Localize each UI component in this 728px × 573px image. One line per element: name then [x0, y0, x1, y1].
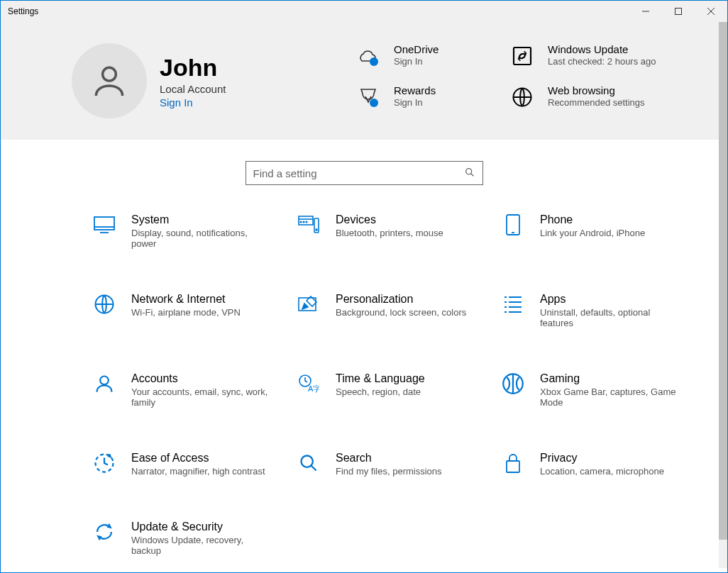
category-update-security[interactable]: Update & Security Windows Update, recove… — [93, 521, 276, 556]
category-sub: Narrator, magnifier, high contrast — [131, 466, 265, 477]
category-title: System — [131, 213, 273, 226]
svg-point-19 — [303, 221, 304, 223]
category-accounts[interactable]: Accounts Your accounts, email, sync, wor… — [93, 372, 276, 408]
apps-icon — [502, 293, 524, 316]
svg-rect-14 — [299, 216, 313, 225]
svg-line-10 — [470, 173, 473, 176]
summary-title: Web browsing — [548, 84, 645, 96]
accounts-icon — [93, 372, 116, 395]
summary-sub: Sign In — [394, 97, 436, 108]
svg-rect-11 — [94, 217, 114, 230]
category-gaming[interactable]: Gaming Xbox Game Bar, captures, Game Mod… — [502, 372, 685, 408]
category-sub: Xbox Game Bar, captures, Game Mode — [540, 386, 682, 408]
svg-point-38 — [302, 456, 313, 467]
search-category-icon — [297, 452, 320, 474]
summary-sub: Sign In — [394, 56, 439, 67]
privacy-icon — [502, 452, 524, 474]
summary-title: OneDrive — [394, 43, 439, 55]
svg-rect-21 — [507, 215, 519, 235]
profile-block[interactable]: John Local Account Sign In — [72, 43, 327, 118]
summary-sub: Recommended settings — [548, 97, 645, 108]
titlebar: Settings — [1, 1, 727, 22]
category-time-language[interactable]: A字 Time & Language Speech, region, date — [297, 372, 480, 408]
search-input[interactable] — [253, 167, 464, 179]
system-icon — [93, 213, 116, 236]
category-sub: Display, sound, notifications, power — [131, 228, 273, 249]
category-sub: Windows Update, recovery, backup — [131, 535, 273, 556]
summary-title: Rewards — [394, 84, 436, 96]
svg-text:A字: A字 — [308, 384, 319, 393]
gaming-icon — [502, 372, 524, 395]
category-title: Network & Internet — [131, 293, 241, 306]
category-sub: Speech, region, date — [336, 386, 425, 397]
maximize-button[interactable] — [662, 1, 695, 22]
svg-point-5 — [370, 57, 378, 66]
personalization-icon — [297, 293, 320, 316]
svg-line-39 — [311, 466, 316, 471]
category-title: Ease of Access — [131, 452, 265, 464]
category-sub: Link your Android, iPhone — [540, 228, 645, 238]
update-security-icon — [93, 521, 116, 543]
category-title: Devices — [336, 213, 443, 226]
devices-icon — [297, 213, 320, 236]
scrollbar[interactable] — [719, 22, 727, 568]
scrollbar-thumb[interactable] — [719, 22, 727, 540]
avatar — [72, 43, 147, 118]
svg-point-20 — [306, 221, 307, 223]
svg-point-7 — [370, 99, 378, 107]
category-personalization[interactable]: Personalization Background, lock screen,… — [297, 293, 480, 328]
onedrive-icon — [355, 43, 381, 69]
profile-signin-link[interactable]: Sign In — [160, 96, 226, 109]
phone-icon — [502, 213, 524, 236]
svg-point-9 — [465, 168, 471, 174]
rewards-icon — [355, 84, 381, 110]
category-privacy[interactable]: Privacy Location, camera, microphone — [502, 452, 685, 477]
category-sub: Bluetooth, printers, mouse — [336, 228, 443, 238]
minimize-button[interactable] — [629, 1, 662, 22]
profile-subtitle: Local Account — [160, 83, 226, 95]
svg-point-18 — [300, 221, 302, 223]
search-icon — [464, 167, 475, 180]
category-title: Update & Security — [131, 521, 273, 533]
summary-rewards[interactable]: Rewards Sign In — [355, 84, 502, 110]
category-title: Gaming — [540, 372, 682, 385]
summary-web-browsing[interactable]: Web browsing Recommended settings — [509, 84, 656, 110]
search-box[interactable] — [246, 161, 483, 185]
category-network[interactable]: Network & Internet Wi-Fi, airplane mode,… — [93, 293, 276, 328]
category-sub: Find my files, permissions — [336, 466, 442, 477]
summary-title: Windows Update — [548, 43, 656, 55]
category-title: Apps — [540, 293, 682, 306]
update-icon — [509, 43, 535, 69]
category-title: Personalization — [336, 293, 466, 306]
category-title: Accounts — [131, 372, 273, 385]
svg-rect-1 — [675, 9, 682, 15]
svg-point-4 — [103, 67, 116, 81]
summary-onedrive[interactable]: OneDrive Sign In — [355, 43, 502, 69]
category-title: Search — [336, 452, 442, 464]
category-title: Privacy — [540, 452, 664, 464]
category-sub: Your accounts, email, sync, work, family — [131, 386, 273, 408]
category-title: Phone — [540, 213, 645, 226]
category-sub: Uninstall, defaults, optional features — [540, 307, 682, 328]
category-ease-of-access[interactable]: Ease of Access Narrator, magnifier, high… — [93, 452, 276, 477]
category-phone[interactable]: Phone Link your Android, iPhone — [502, 213, 685, 249]
categories-grid: System Display, sound, notifications, po… — [1, 206, 727, 563]
close-button[interactable] — [695, 1, 727, 22]
category-apps[interactable]: Apps Uninstall, defaults, optional featu… — [502, 293, 685, 328]
category-system[interactable]: System Display, sound, notifications, po… — [93, 213, 276, 249]
ease-of-access-icon — [93, 452, 116, 474]
svg-point-17 — [316, 229, 317, 230]
svg-point-33 — [100, 377, 109, 385]
time-language-icon: A字 — [297, 372, 320, 395]
search-area — [1, 140, 727, 206]
category-devices[interactable]: Devices Bluetooth, printers, mouse — [297, 213, 480, 249]
globe-icon — [509, 84, 535, 110]
summary-sub: Last checked: 2 hours ago — [548, 56, 656, 67]
network-icon — [93, 293, 116, 316]
category-sub: Background, lock screen, colors — [336, 307, 466, 318]
profile-name: John — [160, 54, 226, 82]
category-search[interactable]: Search Find my files, permissions — [297, 452, 480, 477]
summary-windows-update[interactable]: Windows Update Last checked: 2 hours ago — [509, 43, 656, 69]
header-panel: John Local Account Sign In OneDrive Sign… — [1, 22, 727, 140]
window-title: Settings — [8, 6, 38, 16]
